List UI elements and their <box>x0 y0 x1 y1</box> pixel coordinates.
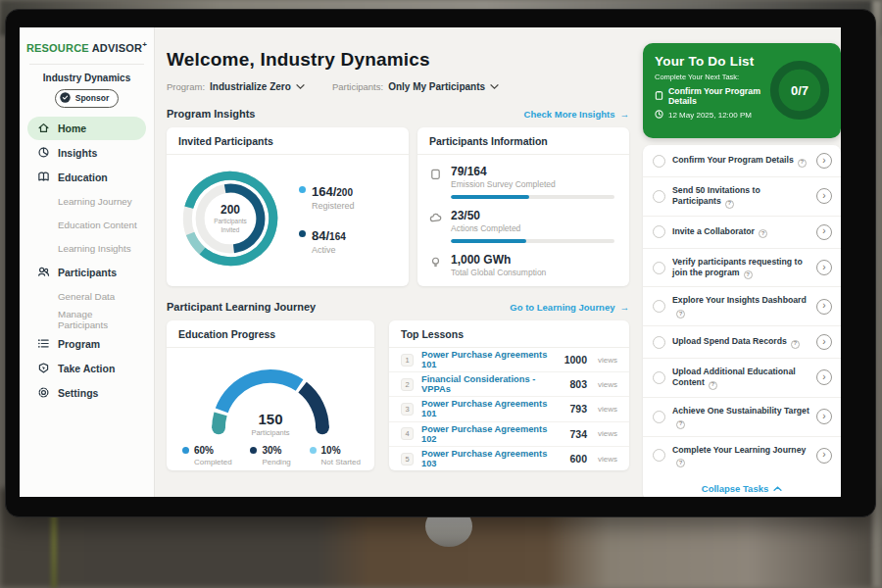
todo-progress-ring: 0/7 <box>766 57 833 123</box>
sidebar-item-learning-journey[interactable]: Learning Journey <box>27 190 146 213</box>
help-icon[interactable]: ? <box>744 270 753 279</box>
sidebar-item-learning-insights[interactable]: Learning Insights <box>27 237 146 260</box>
card-title: Top Lessons <box>389 320 629 348</box>
todo-task[interactable]: Send 50 Invitations to Participants? › <box>643 177 841 217</box>
task-chevron-icon[interactable]: › <box>816 334 832 350</box>
section-title-program-insights: Program Insights <box>167 108 255 120</box>
lesson-link[interactable]: Power Purchase Agreements 101 <box>421 350 557 369</box>
help-icon[interactable]: ? <box>676 459 685 467</box>
app-logo: RESOURCE ADVISOR+ <box>20 37 154 60</box>
help-icon[interactable]: ? <box>798 159 807 168</box>
sidebar-item-general-data[interactable]: General Data <box>27 285 146 308</box>
collapse-tasks-link[interactable]: Collapse Tasks <box>643 474 841 497</box>
sponsor-badge-label: Sponsor <box>75 93 109 103</box>
lesson-link[interactable]: Power Purchase Agreements 102 <box>421 424 562 444</box>
sidebar-item-education[interactable]: Education <box>27 166 146 189</box>
sidebar-item-insights[interactable]: Insights <box>27 141 146 165</box>
task-chevron-icon[interactable]: › <box>816 299 832 315</box>
task-checkbox[interactable] <box>653 155 665 168</box>
task-chevron-icon[interactable]: › <box>816 369 832 385</box>
sidebar-item-label: Take Action <box>58 363 115 374</box>
sidebar-item-participants[interactable]: Participants <box>27 261 146 284</box>
task-chevron-icon[interactable]: › <box>816 260 832 275</box>
sidebar-item-label: Settings <box>58 387 98 399</box>
check-more-insights-link[interactable]: Check More Insights → <box>524 109 629 120</box>
task-checkbox[interactable] <box>653 300 665 313</box>
todo-task[interactable]: Invite a Collaborator? › <box>643 217 841 249</box>
task-chevron-icon[interactable]: › <box>816 188 832 204</box>
legend-item-registered: 164/200 Registered <box>299 182 355 211</box>
help-icon[interactable]: ? <box>791 340 800 349</box>
task-chevron-icon[interactable]: › <box>816 448 832 464</box>
clock-icon <box>655 110 663 121</box>
app-logo-plus: + <box>142 40 147 49</box>
clipboard-icon <box>655 90 663 102</box>
todo-column: Your To Do List Complete Your Next Task:… <box>643 43 841 497</box>
task-checkbox[interactable] <box>653 262 665 274</box>
education-progress-gauge: 150 Participants <box>197 355 344 437</box>
program-insights-header: Program Insights Check More Insights → <box>167 108 629 120</box>
legend-item-not-started: 10% Not Started <box>310 445 361 466</box>
lesson-link[interactable]: Power Purchase Agreements 101 <box>421 399 562 418</box>
task-checkbox[interactable] <box>653 411 665 423</box>
sidebar-item-education-content[interactable]: Education Content <box>27 214 146 236</box>
task-checkbox[interactable] <box>653 371 665 384</box>
learning-cards-row: Education Progress 150 Participants <box>167 320 629 470</box>
todo-summary-card: Your To Do List Complete Your Next Task:… <box>643 43 841 138</box>
task-chevron-icon[interactable]: › <box>816 224 832 240</box>
lesson-row: 2 Financial Considerations - VPPAs 803vi… <box>389 372 629 397</box>
todo-subtitle: Complete Your Next Task: <box>655 73 766 81</box>
todo-next-task: Confirm Your Program Details <box>668 86 766 106</box>
sidebar-item-label: Participants <box>58 267 117 278</box>
education-progress-legend: 60% Completed 30% Pending 10% Not Starte… <box>167 437 374 466</box>
todo-task[interactable]: Achieve One Sustainability Target? › <box>643 398 841 437</box>
task-checkbox[interactable] <box>653 225 665 238</box>
help-icon[interactable]: ? <box>709 381 717 390</box>
cloud-icon <box>429 211 442 243</box>
todo-task[interactable]: Verify participants requesting to join t… <box>643 249 841 288</box>
todo-task[interactable]: Upload Spend Data Records? › <box>643 326 841 359</box>
invited-legend: 164/200 Registered 84/164 Active <box>299 182 355 255</box>
lesson-link[interactable]: Power Purchase Agreements 103 <box>421 449 562 468</box>
legend-item-completed: 60% Completed <box>182 445 232 466</box>
task-chevron-icon[interactable]: › <box>816 153 832 169</box>
task-checkbox[interactable] <box>653 336 665 349</box>
task-checkbox[interactable] <box>653 190 665 203</box>
sidebar-menu: Home Insights Education Learning Journey… <box>20 117 154 406</box>
sidebar-item-settings[interactable]: Settings <box>27 381 146 405</box>
participants-filter-dropdown[interactable]: Participants: Only My Participants <box>332 81 499 92</box>
sidebar-item-label: General Data <box>58 291 115 302</box>
todo-task[interactable]: Confirm Your Program Details? › <box>643 145 841 177</box>
actions-progressbar <box>451 239 614 243</box>
survey-icon <box>429 167 442 199</box>
legend-dot <box>310 447 317 454</box>
program-filter-dropdown[interactable]: Program: Industrialize Zero <box>167 81 305 92</box>
todo-task[interactable]: Explore Your Insights Dashboard? › <box>643 287 841 326</box>
legend-dot <box>250 447 257 454</box>
participants-icon <box>36 266 50 278</box>
insights-icon <box>36 146 50 159</box>
gauge-total-label: Participants <box>197 428 344 437</box>
go-to-learning-journey-link[interactable]: Go to Learning Journey → <box>510 302 629 313</box>
lesson-row: 3 Power Purchase Agreements 101 793views <box>389 397 629 421</box>
sidebar-item-manage-participants[interactable]: Manage Participants <box>27 309 146 331</box>
sidebar-item-take-action[interactable]: Take Action <box>27 357 146 380</box>
help-icon[interactable]: ? <box>759 229 767 238</box>
invited-total-label: Participants Invited <box>207 218 254 234</box>
help-icon[interactable]: ? <box>725 200 734 209</box>
task-checkbox[interactable] <box>653 449 665 462</box>
sponsor-check-icon <box>60 92 71 105</box>
help-icon[interactable]: ? <box>676 420 685 429</box>
education-icon <box>36 171 50 183</box>
task-chevron-icon[interactable]: › <box>816 409 832 424</box>
sidebar-item-program[interactable]: Program <box>27 332 146 356</box>
todo-task[interactable]: Upload Additional Educational Content? › <box>643 359 841 398</box>
help-icon[interactable]: ? <box>676 310 685 318</box>
sidebar-item-home[interactable]: Home <box>27 117 146 140</box>
lesson-link[interactable]: Financial Considerations - VPPAs <box>421 374 562 394</box>
todo-task[interactable]: Complete Your Learning Journey? › <box>643 437 841 475</box>
org-name: Industry Dynamics <box>20 73 154 83</box>
sponsor-badge[interactable]: Sponsor <box>55 89 119 108</box>
participants-filter-value: Only My Participants <box>388 81 485 92</box>
emission-survey-progressbar <box>451 195 614 199</box>
